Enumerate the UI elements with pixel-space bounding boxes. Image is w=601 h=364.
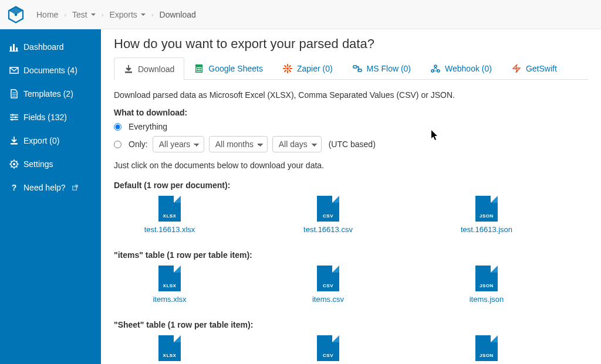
download-file[interactable]: JSON test.16613.json [443,196,531,234]
tab-google-sheets[interactable]: Google Sheets [184,57,273,79]
radio-only[interactable] [114,141,121,148]
file-icon: XLSX [158,266,181,291]
select-days[interactable]: All days [272,136,322,152]
breadcrumb-home[interactable]: Home [36,10,58,19]
svg-point-46 [434,65,437,67]
sidebar-label: Export (0) [23,136,59,145]
bar-chart-icon [9,42,19,52]
select-months[interactable]: All months [209,136,268,152]
breadcrumb-test[interactable]: Test [72,10,96,19]
download-icon [124,64,133,74]
file-badge: JSON [477,353,496,358]
click-hint: Just click on the documents below to dow… [114,161,588,170]
breadcrumb: Home › Test › Exports › Download [36,10,196,19]
file-name: test.16613.json [461,225,512,234]
svg-marker-49 [513,64,520,73]
file-name: items.xlsx [153,295,186,304]
svg-rect-30 [125,72,132,73]
svg-rect-44 [353,66,357,68]
envelope-icon [9,66,19,75]
radio-row-everything[interactable]: Everything [114,122,588,131]
topbar: Home › Test › Exports › Download [0,0,601,29]
svg-line-24 [11,161,12,162]
file-icon: CSV [317,266,339,291]
breadcrumb-exports[interactable]: Exports [109,10,145,19]
radio-everything-label: Everything [129,122,167,131]
svg-line-27 [16,161,18,162]
sidebar-item-fields[interactable]: Fields (132) [0,106,101,129]
download-group-label: Default (1 row per document): [114,181,588,190]
tab-download[interactable]: Download [114,57,184,80]
tab-webhook[interactable]: Webhook (0) [421,57,502,79]
radio-row-only[interactable]: Only: All years All months All days (UTC… [114,136,588,152]
sidebar-item-help[interactable]: ? Need help? [0,176,101,199]
download-group-label: "items" table (1 row per table item): [114,250,588,260]
sidebar-item-documents[interactable]: Documents (4) [0,59,101,82]
download-file[interactable]: CSV items.csv [284,266,372,304]
tab-label: Download [138,64,174,74]
sidebar-item-dashboard[interactable]: Dashboard [0,35,101,59]
tab-zapier[interactable]: Zapier (0) [273,57,343,79]
svg-rect-41 [284,69,287,72]
svg-rect-3 [10,46,12,51]
utc-note: (UTC based) [329,140,376,149]
file-badge: JSON [477,213,496,219]
download-row: XLSX test.16613.xlsx CSV test.16613.csv … [114,196,588,240]
chevron-right-icon: › [64,11,66,18]
document-icon [9,89,19,98]
download-file[interactable]: CSV Sheet.csv [284,335,372,364]
lead-text: Download parsed data as Microsoft Excel … [114,90,588,100]
svg-rect-43 [288,69,291,72]
page-title: How do you want to export your parsed da… [114,36,588,52]
download-file[interactable]: CSV test.16613.csv [284,196,372,234]
download-file[interactable]: JSON Sheet.json [443,335,531,364]
sidebar-label: Need help? [23,183,66,192]
file-badge: JSON [477,283,496,288]
download-group-label: "Sheet" table (1 row per table item): [114,320,588,329]
file-icon: XLSX [158,196,181,222]
svg-rect-16 [11,119,13,121]
svg-rect-37 [287,70,288,73]
download-file[interactable]: XLSX Sheet.xlsx [126,335,214,364]
breadcrumb-test-label: Test [72,10,87,19]
sidebar-item-templates[interactable]: Templates (2) [0,82,101,106]
radio-everything[interactable] [114,123,121,131]
svg-point-19 [13,163,15,165]
svg-text:?: ? [12,183,17,192]
chevron-right-icon: › [151,11,154,18]
main-content: How do you want to export your parsed da… [101,29,601,364]
svg-rect-6 [9,51,18,52]
file-icon: CSV [317,335,339,361]
select-years[interactable]: All years [153,136,204,152]
download-file[interactable]: XLSX items.xlsx [126,266,214,304]
download-file[interactable]: XLSX test.16613.xlsx [126,196,214,234]
svg-point-2 [15,13,18,16]
sidebar-label: Dashboard [23,42,64,52]
download-row: XLSX Sheet.xlsx CSV Sheet.csv JSON Sheet… [114,335,588,364]
caret-down-icon [141,13,146,16]
file-icon: JSON [475,335,498,361]
file-badge: XLSX [160,213,179,219]
svg-line-26 [11,166,12,168]
tab-getswift[interactable]: GetSwift [502,57,567,79]
file-badge: CSV [319,283,337,288]
app-logo-icon[interactable] [7,6,25,23]
download-file[interactable]: JSON items.json [443,266,531,304]
sidebar-item-export[interactable]: Export (0) [0,129,101,152]
svg-rect-14 [12,114,13,116]
svg-point-35 [286,67,289,70]
sidebar-item-settings[interactable]: Settings [0,152,101,176]
tab-label: Zapier (0) [297,64,333,73]
sidebar-label: Settings [23,159,53,169]
svg-rect-40 [288,65,291,68]
webhook-icon [431,64,440,73]
sidebar: Dashboard Documents (4) Templates (2) Fi… [0,29,101,364]
breadcrumb-download: Download [160,10,196,19]
tab-label: Webhook (0) [445,64,492,73]
external-link-icon [70,185,80,190]
what-to-download-label: What to download: [114,108,588,117]
svg-rect-38 [283,68,286,69]
tab-ms-flow[interactable]: MS Flow (0) [343,57,421,79]
ms-flow-icon [353,64,362,73]
svg-rect-4 [13,44,15,51]
